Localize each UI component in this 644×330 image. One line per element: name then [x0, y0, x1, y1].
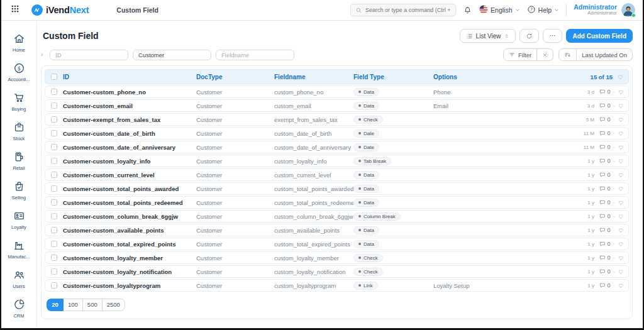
- row-id-link[interactable]: Customer-custom_loyaltyprogram: [63, 282, 196, 289]
- result-count[interactable]: 15 of 15: [591, 74, 613, 80]
- row-checkbox[interactable]: [51, 130, 57, 136]
- table-row[interactable]: Customer-custom_available_points Custome…: [45, 224, 629, 236]
- row-id-link[interactable]: Customer-custom_available_points: [63, 227, 196, 234]
- row-id-link[interactable]: Customer-custom_total_points_redeemed: [63, 199, 196, 206]
- sidebar-item-manufacturing[interactable]: Manufac...: [8, 235, 30, 265]
- like-heart-icon[interactable]: [618, 241, 625, 248]
- global-search-input[interactable]: [365, 7, 451, 13]
- sidebar-item-crm[interactable]: CRM: [8, 294, 30, 324]
- comment-count[interactable]: 0: [599, 199, 611, 206]
- page-size-button-500[interactable]: 500: [83, 299, 103, 311]
- table-row[interactable]: Customer-custom_column_break_6ggjw Custo…: [45, 210, 629, 223]
- sidebar-item-users[interactable]: Users: [8, 265, 30, 294]
- row-checkbox[interactable]: [51, 268, 57, 275]
- sort-direction-button[interactable]: [558, 48, 577, 61]
- row-id-link[interactable]: Customer-custom_loyalty_notification: [63, 268, 196, 275]
- column-header-fieldname[interactable]: Fieldname: [274, 74, 353, 80]
- row-checkbox[interactable]: [51, 227, 57, 233]
- table-row[interactable]: Customer-custom_email Customer custom_em…: [45, 99, 629, 112]
- like-heart-icon[interactable]: [618, 116, 625, 123]
- like-heart-icon[interactable]: [618, 199, 625, 206]
- column-header-doctype[interactable]: DocType: [196, 74, 274, 80]
- notifications-bell-icon[interactable]: [463, 6, 472, 15]
- column-header-id[interactable]: ID: [63, 74, 196, 80]
- table-row[interactable]: Customer-custom_loyalty_member Customer …: [45, 251, 629, 264]
- table-row[interactable]: Customer-custom_total_points_redeemed Cu…: [45, 196, 629, 209]
- sidebar-item-buying[interactable]: Buying: [8, 87, 30, 117]
- comment-count[interactable]: 0: [599, 144, 611, 150]
- sidebar-item-retail[interactable]: Retail: [8, 146, 30, 176]
- table-row[interactable]: Customer-custom_current_level Customer c…: [45, 168, 629, 181]
- row-id-link[interactable]: Customer-custom_phone_no: [63, 89, 196, 96]
- comment-count[interactable]: 0: [599, 268, 611, 275]
- global-search[interactable]: [350, 4, 456, 16]
- row-id-link[interactable]: Customer-custom_total_points_awarded: [63, 185, 196, 192]
- comment-count[interactable]: 0: [599, 185, 611, 192]
- sidebar-item-stock[interactable]: Stock: [8, 117, 30, 146]
- sidebar-item-loyalty[interactable]: Loyalty: [8, 206, 30, 235]
- filter-fieldname-input[interactable]: [216, 50, 294, 60]
- row-checkbox[interactable]: [51, 255, 57, 261]
- sidebar-item-selling[interactable]: Selling: [8, 176, 30, 206]
- comment-count[interactable]: 0: [599, 89, 611, 95]
- comment-count[interactable]: 0: [599, 102, 611, 109]
- comment-count[interactable]: 0: [599, 255, 611, 261]
- row-id-link[interactable]: Customer-exempt_from_sales_tax: [63, 116, 196, 123]
- brand-logo[interactable]: iVendNext: [31, 4, 89, 16]
- like-heart-icon[interactable]: [618, 102, 625, 109]
- row-id-link[interactable]: Customer-custom_total_expired_points: [63, 241, 196, 248]
- table-row[interactable]: Customer-custom_loyalty_notification Cus…: [45, 265, 629, 278]
- comment-count[interactable]: 0: [599, 130, 611, 136]
- like-heart-icon[interactable]: [618, 268, 625, 275]
- row-id-link[interactable]: Customer-custom_loyalty_member: [63, 255, 196, 261]
- like-heart-icon[interactable]: [618, 158, 625, 165]
- row-checkbox[interactable]: [51, 172, 57, 178]
- comment-count[interactable]: 0: [599, 227, 611, 233]
- table-row[interactable]: Customer-custom_phone_no Customer custom…: [45, 85, 629, 98]
- row-id-link[interactable]: Customer-custom_date_of_birth: [63, 130, 196, 137]
- user-menu[interactable]: Administrator Administrator: [574, 3, 635, 17]
- table-row[interactable]: Customer-custom_total_expired_points Cus…: [45, 238, 629, 250]
- table-row[interactable]: Customer-exempt_from_sales_tax Customer …: [45, 113, 629, 126]
- like-heart-icon[interactable]: [618, 185, 625, 192]
- clear-filter-button[interactable]: [537, 48, 553, 61]
- like-heart-icon[interactable]: [618, 227, 625, 234]
- like-heart-icon[interactable]: [618, 144, 625, 151]
- select-all-checkbox[interactable]: [51, 74, 57, 80]
- page-size-button-100[interactable]: 100: [64, 299, 83, 311]
- like-heart-icon[interactable]: [618, 282, 625, 289]
- add-custom-field-button[interactable]: Add Custom Field: [566, 29, 633, 43]
- table-row[interactable]: Customer-custom_total_points_awarded Cus…: [45, 182, 629, 195]
- sidebar-item-home[interactable]: Home: [8, 28, 30, 58]
- filter-id-input[interactable]: [50, 50, 128, 60]
- table-row[interactable]: Customer-custom_date_of_birth Customer c…: [45, 127, 629, 140]
- like-heart-icon[interactable]: [618, 130, 625, 137]
- comment-count[interactable]: 0: [599, 213, 611, 219]
- language-menu[interactable]: English: [479, 5, 519, 15]
- comment-count[interactable]: 0: [599, 172, 611, 178]
- column-header-options[interactable]: Options: [433, 74, 554, 80]
- row-checkbox[interactable]: [51, 199, 57, 206]
- row-id-link[interactable]: Customer-custom_current_level: [63, 172, 196, 179]
- row-id-link[interactable]: Customer-custom_date_of_anniversary: [63, 144, 196, 151]
- page-size-button-2500[interactable]: 2500: [103, 299, 125, 311]
- row-checkbox[interactable]: [51, 282, 57, 289]
- filter-button[interactable]: Filter: [503, 48, 537, 61]
- row-checkbox[interactable]: [51, 144, 57, 150]
- row-id-link[interactable]: Customer-custom_column_break_6ggjw: [63, 213, 196, 220]
- like-heart-icon[interactable]: [618, 172, 625, 179]
- table-row[interactable]: Customer-custom_loyalty_info Customer cu…: [45, 155, 629, 167]
- column-header-field-type[interactable]: Field Type: [353, 74, 433, 80]
- table-row[interactable]: Customer-custom_date_of_anniversary Cust…: [45, 141, 629, 153]
- row-id-link[interactable]: Customer-custom_email: [63, 102, 196, 109]
- like-heart-icon[interactable]: [618, 213, 625, 220]
- page-size-button-20[interactable]: 20: [47, 299, 64, 311]
- table-row[interactable]: Customer-custom_loyaltyprogram Customer …: [45, 279, 629, 292]
- row-checkbox[interactable]: [51, 185, 57, 192]
- app-grid-icon[interactable]: [11, 4, 19, 16]
- row-checkbox[interactable]: [51, 116, 57, 123]
- row-checkbox[interactable]: [51, 213, 57, 219]
- comment-count[interactable]: 0: [599, 282, 611, 289]
- row-id-link[interactable]: Customer-custom_loyalty_info: [63, 158, 196, 165]
- liked-filter-heart-icon[interactable]: [617, 74, 624, 80]
